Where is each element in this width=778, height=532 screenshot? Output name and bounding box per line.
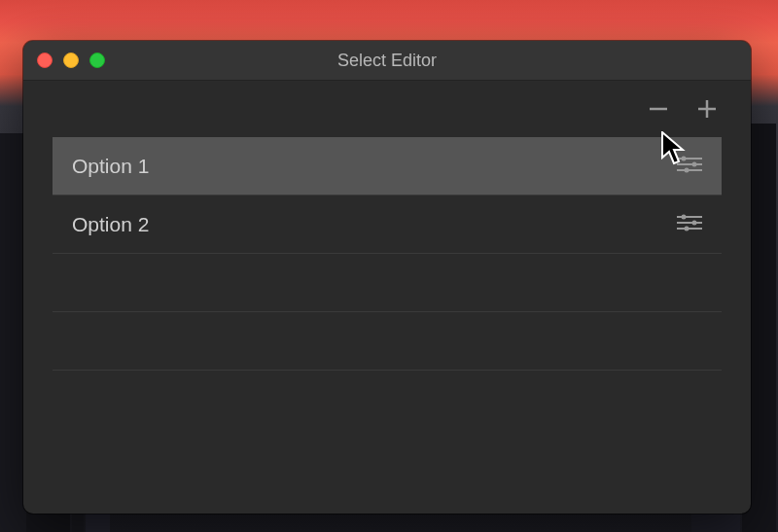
svg-point-6 [692, 161, 697, 166]
traffic-lights [37, 53, 105, 68]
window-title: Select Editor [337, 51, 437, 71]
list-item-empty[interactable] [53, 254, 722, 312]
svg-point-4 [682, 156, 687, 160]
list-item-empty[interactable] [53, 312, 722, 371]
toolbar [23, 81, 751, 137]
sliders-icon[interactable] [677, 155, 702, 178]
minus-icon [648, 98, 669, 120]
add-button[interactable] [696, 98, 718, 120]
desktop-wallpaper: Select Editor Option 1 [0, 0, 778, 532]
svg-point-8 [685, 167, 690, 172]
list-item[interactable]: Option 2 [53, 195, 722, 254]
list-item-label: Option 1 [72, 155, 149, 178]
titlebar[interactable]: Select Editor [23, 41, 751, 81]
sliders-icon[interactable] [677, 213, 702, 236]
close-icon[interactable] [37, 53, 53, 68]
maximize-icon[interactable] [89, 53, 105, 68]
minimize-icon[interactable] [63, 53, 79, 68]
plus-icon [696, 98, 718, 120]
list-item[interactable]: Option 1 [53, 137, 722, 195]
svg-point-14 [685, 226, 690, 231]
select-editor-window: Select Editor Option 1 [23, 41, 751, 514]
list-item-label: Option 2 [72, 213, 149, 236]
svg-point-12 [692, 220, 697, 225]
remove-button[interactable] [648, 98, 669, 120]
options-list: Option 1 Option 2 [23, 137, 751, 400]
svg-point-10 [682, 214, 687, 219]
